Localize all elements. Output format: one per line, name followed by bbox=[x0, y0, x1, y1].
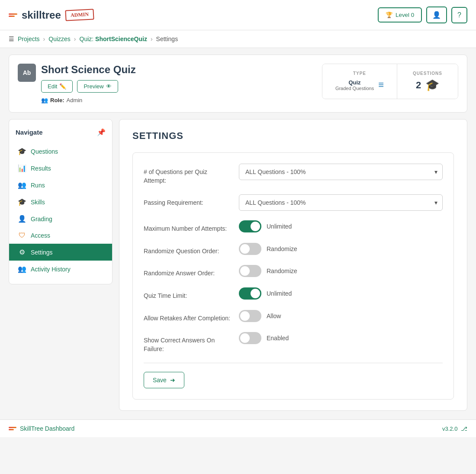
correct-answers-row: Show Correct Answers On Failure: Enabled bbox=[144, 332, 443, 353]
quiz-info-card: Ab Short Science Quiz Edit ✏️ Preview 👁 … bbox=[9, 55, 467, 113]
max-attempts-label: Maximum Number of Attempts: bbox=[144, 220, 230, 233]
breadcrumb-projects[interactable]: Projects bbox=[18, 35, 40, 42]
activity-icon: 👥 bbox=[18, 265, 26, 273]
logo-icon bbox=[9, 13, 17, 17]
max-attempts-control: Unlimited bbox=[239, 220, 443, 232]
sidebar-item-activity-history[interactable]: 👥 Activity History bbox=[9, 261, 112, 277]
role-value: Admin bbox=[67, 97, 83, 103]
level-button[interactable]: 🏆 Level 0 bbox=[378, 7, 422, 23]
quiz-title-area: Ab Short Science Quiz Edit ✏️ Preview 👁 … bbox=[18, 64, 322, 103]
logo-text: skilltree bbox=[22, 9, 61, 21]
correct-answers-text: Enabled bbox=[267, 335, 289, 342]
quiz-stats: TYPE Quiz Graded Questions ≡ QUESTIONS 2… bbox=[322, 64, 458, 99]
settings-title: SETTINGS bbox=[132, 130, 454, 142]
quiz-actions: Edit ✏️ Preview 👁 bbox=[41, 80, 136, 93]
time-limit-label: Quiz Time Limit: bbox=[144, 287, 230, 300]
sidebar-header: Navigate 📌 bbox=[9, 126, 112, 143]
retakes-row: Allow Retakes After Completion: Allow bbox=[144, 310, 443, 323]
footer-version: v3.2.0 ⎇ bbox=[442, 426, 467, 432]
max-attempts-text: Unlimited bbox=[267, 223, 292, 230]
help-button[interactable]: ? bbox=[451, 7, 467, 23]
sidebar: Navigate 📌 🎓 Questions 📊 Results 👥 Runs … bbox=[9, 119, 113, 284]
retakes-label: Allow Retakes After Completion: bbox=[144, 310, 230, 323]
time-limit-control: Unlimited bbox=[239, 287, 443, 300]
max-attempts-toggle[interactable] bbox=[239, 220, 261, 232]
stat-type: TYPE Quiz Graded Questions ≡ bbox=[322, 64, 397, 99]
randomize-answer-control: Randomize bbox=[239, 265, 443, 277]
randomize-answer-row: Randomize Answer Order: Randomize bbox=[144, 265, 443, 278]
footer-dashboard-link[interactable]: SkillTree Dashboard bbox=[20, 425, 74, 432]
passing-req-row: Passing Requirement: ALL Questions - 100… bbox=[144, 194, 443, 211]
save-button[interactable]: Save ➜ bbox=[144, 372, 184, 388]
edit-icon: ✏️ bbox=[59, 83, 66, 90]
randomize-question-toggle[interactable] bbox=[239, 243, 261, 255]
randomize-answer-toggle[interactable] bbox=[239, 265, 261, 277]
arrow-right-icon: ➜ bbox=[170, 377, 175, 384]
grading-icon: 👤 bbox=[18, 215, 26, 223]
sidebar-item-skills[interactable]: 🎓 Skills bbox=[9, 193, 112, 210]
sidebar-item-grading[interactable]: 👤 Grading bbox=[9, 210, 112, 227]
sidebar-item-access[interactable]: 🛡 Access bbox=[9, 227, 112, 244]
eye-icon: 👁 bbox=[106, 83, 112, 90]
correct-answers-label: Show Correct Answers On Failure: bbox=[144, 332, 230, 353]
git-icon: ⎇ bbox=[461, 426, 467, 432]
user-button[interactable]: 👤 bbox=[426, 6, 447, 23]
quiz-role: 👥 Role: Admin bbox=[41, 97, 136, 103]
breadcrumb: ☰ Projects › Quizzes › Quiz: ShortScienc… bbox=[0, 30, 476, 48]
list-icon: ≡ bbox=[378, 79, 384, 90]
sidebar-item-runs[interactable]: 👥 Runs bbox=[9, 177, 112, 193]
passing-req-label: Passing Requirement: bbox=[144, 194, 230, 207]
stat-questions: QUESTIONS 2 🎓 bbox=[397, 64, 458, 99]
role-icon: 👥 bbox=[41, 97, 48, 103]
breadcrumb-sep-1: › bbox=[43, 35, 45, 42]
retakes-toggle[interactable] bbox=[239, 310, 261, 322]
correct-answers-control: Enabled bbox=[239, 332, 443, 344]
sidebar-title: Navigate bbox=[16, 129, 43, 136]
passing-req-select[interactable]: ALL Questions - 100% bbox=[239, 194, 443, 211]
footer-logo-icon bbox=[9, 427, 16, 430]
breadcrumb-icon: ☰ bbox=[9, 35, 14, 42]
breadcrumb-settings: Settings bbox=[156, 35, 178, 42]
user-icon: 👤 bbox=[432, 11, 441, 19]
breadcrumb-quiz[interactable]: Quiz: ShortScienceQuiz bbox=[80, 35, 147, 42]
randomize-question-text: Randomize bbox=[267, 245, 297, 252]
header-actions: 🏆 Level 0 👤 ? bbox=[378, 6, 467, 23]
graduation-icon: 🎓 bbox=[425, 78, 439, 92]
edit-button[interactable]: Edit ✏️ bbox=[41, 80, 73, 93]
sidebar-item-questions[interactable]: 🎓 Questions bbox=[9, 143, 112, 160]
access-icon: 🛡 bbox=[18, 232, 26, 239]
sidebar-item-results[interactable]: 📊 Results bbox=[9, 160, 112, 177]
breadcrumb-sep-3: › bbox=[151, 35, 153, 42]
logo-area: skilltree ADMIN bbox=[9, 9, 94, 21]
randomize-question-control: Randomize bbox=[239, 243, 443, 255]
retakes-text: Allow bbox=[267, 313, 281, 319]
footer: SkillTree Dashboard v3.2.0 ⎇ bbox=[0, 419, 476, 437]
trophy-icon: 🏆 bbox=[386, 12, 393, 18]
skills-icon: 🎓 bbox=[18, 198, 26, 206]
form-divider bbox=[144, 363, 443, 363]
footer-logo: SkillTree Dashboard bbox=[9, 425, 74, 432]
preview-button[interactable]: Preview 👁 bbox=[77, 80, 118, 93]
randomize-question-label: Randomize Question Order: bbox=[144, 243, 230, 256]
quiz-avatar: Ab bbox=[18, 64, 36, 82]
questions-per-quiz-row: # of Questions per Quiz Attempt: ALL Que… bbox=[144, 164, 443, 185]
settings-icon: ⚙ bbox=[18, 248, 26, 256]
settings-form: # of Questions per Quiz Attempt: ALL Que… bbox=[132, 152, 454, 400]
correct-answers-toggle[interactable] bbox=[239, 332, 261, 344]
time-limit-toggle[interactable] bbox=[239, 287, 261, 300]
admin-badge: ADMIN bbox=[65, 9, 94, 21]
max-attempts-row: Maximum Number of Attempts: Unlimited bbox=[144, 220, 443, 233]
breadcrumb-quizzes[interactable]: Quizzes bbox=[48, 35, 71, 42]
breadcrumb-sep-2: › bbox=[74, 35, 76, 42]
pin-icon[interactable]: 📌 bbox=[97, 128, 106, 136]
time-limit-row: Quiz Time Limit: Unlimited bbox=[144, 287, 443, 300]
questions-per-quiz-select[interactable]: ALL Questions - 100% bbox=[239, 164, 443, 180]
randomize-question-row: Randomize Question Order: Randomize bbox=[144, 243, 443, 256]
role-label: Role: bbox=[50, 97, 64, 103]
retakes-control: Allow bbox=[239, 310, 443, 322]
questions-icon: 🎓 bbox=[18, 147, 26, 155]
main-content: Navigate 📌 🎓 Questions 📊 Results 👥 Runs … bbox=[9, 119, 467, 411]
questions-per-quiz-label: # of Questions per Quiz Attempt: bbox=[144, 164, 230, 185]
sidebar-item-settings[interactable]: ⚙ Settings bbox=[9, 244, 112, 261]
header: skilltree ADMIN 🏆 Level 0 👤 ? bbox=[0, 0, 476, 30]
